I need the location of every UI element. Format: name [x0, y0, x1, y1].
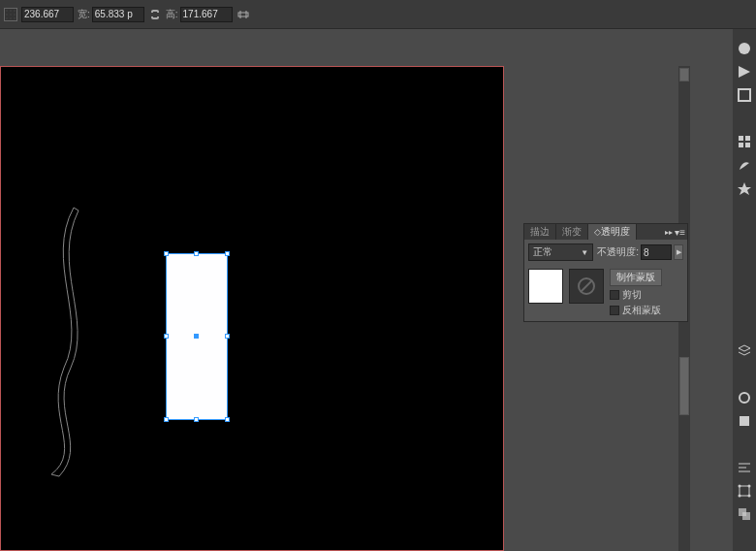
main-area: 描边 渐变 ◇透明度 ▸▸ ▾≡ 正常 ▼ 不透明度: ▶ — [0, 29, 717, 551]
symbols-icon[interactable] — [735, 178, 754, 198]
svg-point-11 — [740, 393, 749, 403]
svg-point-5 — [739, 43, 750, 54]
tab-gradient[interactable]: 渐变 — [556, 224, 588, 240]
svg-rect-9 — [739, 143, 743, 147]
appearance-icon[interactable] — [735, 388, 754, 407]
width-label: 宽: — [78, 8, 90, 21]
opacity-stepper[interactable]: ▶ — [674, 244, 683, 260]
canvas-viewport[interactable] — [0, 37, 523, 551]
clip-checkbox[interactable] — [610, 290, 619, 300]
transparency-panel: 描边 渐变 ◇透明度 ▸▸ ▾≡ 正常 ▼ 不透明度: ▶ — [523, 223, 688, 322]
handle-mid-right[interactable] — [225, 334, 230, 339]
handle-bot-right[interactable] — [225, 417, 230, 422]
mask-thumbnail[interactable] — [569, 269, 604, 304]
svg-rect-22 — [742, 512, 750, 520]
constrain-icon[interactable] — [236, 8, 250, 21]
blend-mode-dropdown[interactable]: 正常 ▼ — [528, 243, 593, 261]
layers-icon[interactable] — [735, 341, 754, 361]
handle-bot-left[interactable] — [164, 417, 169, 422]
handle-top-left[interactable] — [164, 251, 169, 256]
color-icon[interactable] — [735, 39, 754, 58]
graphic-styles-icon[interactable] — [735, 411, 754, 431]
transform-icon[interactable] — [735, 481, 754, 501]
link-wh-icon[interactable] — [148, 8, 162, 21]
panel-collapse-icon[interactable]: ▸▸ — [665, 228, 673, 237]
svg-line-4 — [581, 280, 592, 292]
stroke-icon[interactable] — [735, 85, 754, 105]
opacity-label: 不透明度: — [597, 245, 639, 259]
svg-point-17 — [739, 485, 741, 488]
svg-point-18 — [748, 485, 751, 488]
svg-rect-16 — [740, 486, 749, 496]
align-icon[interactable] — [735, 458, 754, 477]
opacity-input[interactable] — [641, 244, 672, 260]
swatches-icon[interactable] — [735, 62, 754, 81]
panel-menu-icon[interactable]: ▾≡ — [675, 227, 685, 238]
tab-stroke[interactable]: 描边 — [524, 224, 556, 240]
x-input[interactable] — [21, 7, 74, 22]
svg-point-20 — [748, 495, 751, 498]
svg-rect-10 — [745, 143, 750, 147]
curve-path[interactable] — [40, 203, 98, 484]
svg-rect-12 — [740, 416, 749, 426]
svg-rect-7 — [739, 136, 743, 141]
handle-mid-left[interactable] — [164, 334, 169, 339]
selected-rectangle[interactable] — [166, 253, 228, 420]
scroll-arrow-up[interactable] — [679, 68, 689, 81]
x-field — [21, 7, 74, 22]
object-thumbnail[interactable] — [528, 269, 563, 304]
brushes-icon[interactable] — [735, 155, 754, 175]
options-bar: 宽: 高: — [0, 0, 756, 29]
height-input[interactable] — [180, 7, 233, 22]
blend-mode-value: 正常 — [533, 245, 552, 259]
tab-transparency-label: 透明度 — [601, 225, 630, 239]
svg-point-19 — [739, 495, 741, 498]
scroll-thumb[interactable] — [679, 357, 689, 415]
swatch-grid-icon[interactable] — [735, 132, 754, 151]
handle-bot-mid[interactable] — [194, 417, 199, 422]
panel-tabs: 描边 渐变 ◇透明度 ▸▸ ▾≡ — [524, 224, 687, 240]
w-field: 宽: — [78, 7, 144, 22]
artboard[interactable] — [0, 66, 504, 551]
width-input[interactable] — [92, 7, 144, 22]
right-dock — [733, 29, 756, 551]
invert-label: 反相蒙版 — [622, 304, 661, 317]
make-mask-button[interactable]: 制作蒙版 — [610, 269, 662, 286]
svg-rect-6 — [739, 89, 750, 101]
tab-transparency[interactable]: ◇透明度 — [588, 224, 637, 240]
pathfinder-icon[interactable] — [735, 504, 754, 524]
handle-top-mid[interactable] — [194, 251, 199, 256]
chevron-down-icon: ▼ — [581, 248, 588, 257]
h-field: 高: — [166, 7, 233, 22]
svg-rect-8 — [745, 136, 750, 141]
handle-top-right[interactable] — [225, 251, 230, 256]
clip-label: 剪切 — [622, 288, 642, 302]
reference-point[interactable] — [4, 8, 17, 21]
height-label: 高: — [166, 8, 178, 21]
invert-checkbox[interactable] — [610, 306, 619, 315]
handle-center[interactable] — [194, 334, 199, 339]
